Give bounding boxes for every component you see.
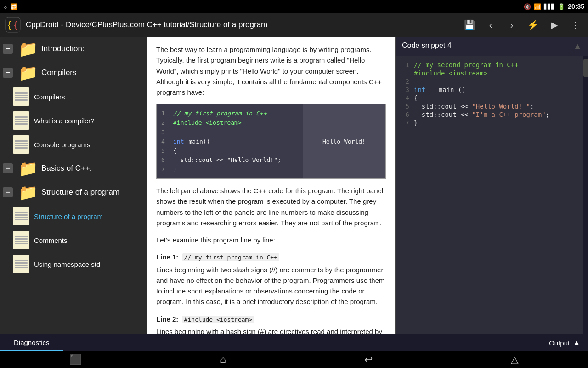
diagnostics-bar: Diagnostics Output ▲ [0, 334, 588, 351]
snippet-body: 1 // my second program in C++ #include <… [396, 56, 583, 334]
collapse-introduction[interactable]: − [3, 44, 13, 54]
app-title: CppDroid - Device/CPlusPlus.com C++ tuto… [26, 20, 457, 29]
sidebar-item-label-compilers: Compilers [34, 93, 65, 101]
sidebar-item-label-console-programs: Console programs [34, 141, 90, 149]
signal-icon: ▋▋▋ [544, 4, 555, 10]
tab-diagnostics[interactable]: Diagnostics [0, 334, 63, 351]
sn-text-3: main () [439, 86, 466, 93]
sidebar: − 📁 Introduction: − 📁 Compilers Compiler… [0, 37, 147, 334]
forward-button[interactable]: › [503, 17, 520, 33]
folder-icon-introduction: 📁 [18, 40, 38, 57]
sn-text-1: // my second program in C++ [414, 61, 519, 69]
line1-code: // my first program in C++ [182, 253, 280, 261]
sn-text-include: #include <iostream> [414, 69, 487, 77]
code-left-panel: 1// my first program in C++ 2#include <i… [157, 104, 303, 178]
doc-icon-structure [13, 207, 29, 225]
sidebar-item-using-namespace[interactable]: Using namespace std [0, 252, 147, 276]
content-line2-text: Lines beginning with a hash sign (#) are… [156, 326, 386, 334]
recent-apps-button[interactable]: ⬛ [69, 354, 82, 366]
doc-icon-compilers [13, 87, 29, 106]
snippet-scrollbar[interactable] [583, 56, 588, 334]
sidebar-item-what-is-compiler[interactable]: What is a compiler? [0, 109, 147, 132]
snippet-line-5: 5 std::cout << "Hello World! "; [400, 102, 579, 110]
snippet-line-1: 1 // my second program in C++ [400, 61, 579, 69]
sidebar-section-structure[interactable]: − 📁 Structure of a program [0, 180, 147, 204]
mute-icon: 🔇 [524, 3, 531, 10]
bottom-nav: ⬛ ⌂ ↩ △ [0, 351, 588, 368]
back-button[interactable]: ‹ [482, 17, 499, 33]
content-intro: The best way to learn a programming lang… [156, 44, 386, 98]
sn-num-2: 2 [400, 78, 409, 85]
sn-text-2 [414, 78, 418, 85]
folder-icon-basics: 📁 [18, 160, 38, 177]
code-right-panel: Hello World! [303, 104, 385, 178]
code-snippet-panel: Code snippet 4 ▲ 1 // my second program … [395, 37, 588, 334]
snippet-line-4: 4 { [400, 94, 579, 102]
scroll-thumb [583, 59, 588, 77]
sidebar-label-introduction: Introduction: [41, 44, 85, 53]
collapse-basics[interactable]: − [3, 163, 13, 173]
collapse-structure[interactable]: − [3, 187, 13, 197]
sn-num-1: 1 [400, 61, 409, 69]
status-bar: ⬦ 🔁 🔇 📶 ▋▋▋ 🔋 20:35 [0, 0, 588, 13]
up-button[interactable]: △ [511, 354, 519, 366]
save-button[interactable]: 💾 [461, 17, 478, 33]
sn-text-7: } [414, 119, 418, 126]
main-layout: − 📁 Introduction: − 📁 Compilers Compiler… [0, 37, 588, 334]
content-area[interactable]: The best way to learn a programming lang… [147, 37, 395, 334]
sn-num-3: 3 [400, 86, 409, 93]
snippet-line-include: #include <iostream> [400, 69, 579, 77]
output-button[interactable]: Output ▲ [542, 334, 588, 351]
collapse-compilers[interactable]: − [3, 68, 13, 78]
sn-num-5: 5 [400, 103, 409, 110]
lightning-button[interactable]: ⚡ [525, 17, 541, 33]
content-explanation: The left panel above shows the C++ code … [156, 185, 386, 228]
sidebar-label-compilers: Compilers [41, 68, 77, 77]
sidebar-section-basics[interactable]: − 📁 Basics of C++: [0, 156, 147, 180]
sn-num-include [400, 69, 409, 77]
status-icon-2: 🔁 [10, 3, 17, 10]
sidebar-item-comments[interactable]: Comments [0, 228, 147, 252]
status-right: 🔇 📶 ▋▋▋ 🔋 20:35 [524, 3, 584, 10]
sidebar-item-label-comments: Comments [34, 236, 68, 244]
app-icon: { { [5, 17, 21, 33]
back-nav-button[interactable]: ↩ [364, 354, 373, 366]
sidebar-item-console-programs[interactable]: Console programs [0, 132, 147, 156]
folder-icon-compilers: 📁 [18, 64, 38, 81]
line1-label: Line 1: [156, 253, 178, 261]
sn-text-4: { [414, 94, 418, 102]
menu-button[interactable]: ⋮ [567, 17, 583, 33]
sidebar-item-compilers[interactable]: Compilers [0, 85, 147, 109]
sn-text-5: std::cout << "Hello World! "; [414, 103, 534, 110]
wifi-icon: 📶 [534, 3, 541, 10]
snippet-line-7: 7 } [400, 119, 579, 127]
line2-label: Line 2: [156, 315, 178, 323]
content-examine: Let's examine this program line by line: [156, 235, 386, 245]
home-button[interactable]: ⌂ [220, 354, 226, 366]
snippet-header: Code snippet 4 ▲ [396, 37, 588, 56]
sn-num-6: 6 [400, 111, 409, 118]
doc-icon-comments [13, 231, 29, 249]
status-time: 20:35 [568, 3, 584, 10]
sidebar-section-compilers[interactable]: − 📁 Compilers [0, 61, 147, 85]
sidebar-label-basics: Basics of C++: [41, 164, 92, 173]
line2-code: #include <iostream> [182, 316, 254, 323]
status-left: ⬦ 🔁 [4, 3, 17, 10]
sn-num-4: 4 [400, 94, 409, 102]
svg-text:{: { [8, 20, 11, 30]
battery-icon: 🔋 [558, 3, 565, 10]
sn-num-7: 7 [400, 119, 409, 126]
doc-icon-using-namespace [13, 255, 29, 273]
tab-diagnostics-label: Diagnostics [14, 339, 50, 346]
sidebar-section-introduction[interactable]: − 📁 Introduction: [0, 37, 147, 61]
sn-text-6: std::cout << "I'm a C++ program"; [414, 111, 549, 118]
code-output: Hello World! [322, 137, 366, 146]
folder-icon-structure: 📁 [18, 184, 38, 201]
play-button[interactable]: ▶ [546, 17, 562, 33]
sidebar-item-structure[interactable]: Structure of a program [0, 204, 147, 228]
expand-icon: ▲ [572, 338, 581, 348]
snippet-line-2: 2 [400, 77, 579, 86]
status-icon-1: ⬦ [4, 3, 7, 10]
sn-kw-int: int [414, 86, 425, 93]
diag-spacer [63, 334, 542, 351]
